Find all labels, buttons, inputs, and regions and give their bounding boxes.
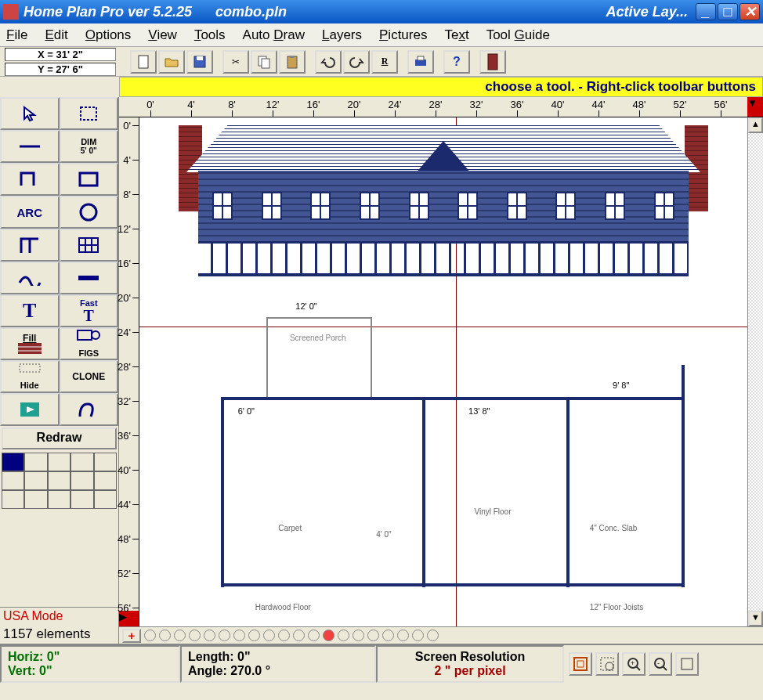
tool-fill[interactable]: Fill bbox=[0, 327, 60, 360]
color-swatch[interactable] bbox=[24, 490, 47, 509]
ruler-end-arrow-icon[interactable]: ▼ bbox=[747, 97, 763, 117]
layer-tab[interactable] bbox=[293, 630, 305, 641]
zoom-fit-icon[interactable] bbox=[569, 652, 592, 676]
color-swatch[interactable] bbox=[71, 490, 93, 509]
layer-tab[interactable] bbox=[204, 630, 215, 641]
tool-select-rect[interactable] bbox=[60, 97, 119, 130]
menu-view[interactable]: View bbox=[148, 27, 177, 43]
layer-tab[interactable] bbox=[308, 630, 320, 641]
layer-tab[interactable] bbox=[338, 630, 349, 641]
color-swatch[interactable] bbox=[24, 453, 47, 471]
tool-pointer[interactable] bbox=[0, 97, 60, 130]
menu-tools[interactable]: Tools bbox=[194, 27, 226, 43]
app-icon bbox=[3, 4, 19, 20]
menu-options[interactable]: Options bbox=[85, 27, 132, 43]
layer-tab[interactable] bbox=[412, 630, 424, 641]
color-swatch[interactable] bbox=[71, 471, 93, 490]
new-button[interactable] bbox=[130, 50, 157, 74]
copy-button[interactable] bbox=[251, 50, 277, 74]
scroll-up-button[interactable]: ▲ bbox=[748, 117, 763, 133]
menu-autodraw[interactable]: Auto Draw bbox=[243, 27, 305, 43]
print-button[interactable] bbox=[407, 50, 434, 74]
color-swatch[interactable] bbox=[24, 471, 47, 490]
tool-clone[interactable]: CLONE bbox=[60, 360, 119, 393]
color-swatch[interactable] bbox=[2, 471, 24, 490]
color-swatch[interactable] bbox=[2, 490, 24, 509]
close-button[interactable]: ✕ bbox=[739, 3, 760, 20]
tool-text[interactable]: T bbox=[0, 294, 60, 327]
door-button[interactable] bbox=[479, 50, 506, 74]
vertical-scrollbar[interactable]: ▲ ▼ bbox=[747, 117, 763, 626]
zoom-out-icon[interactable]: - bbox=[649, 652, 672, 676]
tool-window[interactable] bbox=[60, 229, 119, 262]
save-button[interactable] bbox=[186, 50, 213, 74]
tool-freehand[interactable] bbox=[60, 393, 119, 426]
tool-screen[interactable] bbox=[0, 393, 60, 426]
undo-button[interactable] bbox=[315, 50, 342, 74]
svg-rect-29 bbox=[601, 658, 613, 670]
zoom-in-icon[interactable]: + bbox=[622, 652, 645, 676]
menu-toolguide[interactable]: Tool Guide bbox=[486, 27, 550, 43]
tool-curve[interactable] bbox=[0, 262, 60, 294]
tool-figures[interactable]: FIGS bbox=[60, 327, 119, 360]
scroll-down-button[interactable]: ▼ bbox=[748, 611, 763, 626]
layer-tab[interactable] bbox=[263, 630, 275, 641]
layer-tab[interactable] bbox=[159, 630, 171, 641]
color-swatch[interactable] bbox=[71, 453, 93, 471]
add-layer-button[interactable]: + bbox=[122, 629, 141, 643]
color-swatch[interactable] bbox=[2, 453, 24, 471]
color-swatch[interactable] bbox=[48, 453, 71, 471]
minimize-button[interactable]: _ bbox=[696, 3, 716, 20]
layer-tab-active[interactable] bbox=[323, 630, 334, 641]
menu-text[interactable]: Text bbox=[444, 27, 468, 43]
drawing-canvas[interactable]: Screened Porch 12' 0" 6' 0" 13' 8" 9' 8"… bbox=[139, 117, 747, 626]
open-button[interactable] bbox=[158, 50, 185, 74]
layer-tab[interactable] bbox=[248, 630, 260, 641]
layer-tab[interactable] bbox=[174, 630, 186, 641]
redo-button[interactable] bbox=[343, 50, 370, 74]
layer-tab[interactable] bbox=[427, 630, 439, 641]
tool-line[interactable] bbox=[0, 130, 60, 163]
measurement-mode[interactable]: USA Mode bbox=[0, 607, 118, 625]
layer-tab[interactable] bbox=[367, 630, 379, 641]
tool-hide[interactable]: Hide bbox=[0, 360, 60, 393]
layer-tab[interactable] bbox=[278, 630, 290, 641]
tool-polyline[interactable] bbox=[0, 163, 60, 196]
menu-edit[interactable]: Edit bbox=[45, 27, 67, 43]
layer-tab[interactable] bbox=[189, 630, 201, 641]
help-button[interactable]: ? bbox=[443, 50, 470, 74]
title-bar: Home Plan Pro ver 5.2.25 combo.pln Activ… bbox=[0, 0, 763, 23]
color-swatch[interactable] bbox=[94, 471, 117, 490]
color-swatch[interactable] bbox=[94, 453, 117, 471]
layer-tab[interactable] bbox=[219, 630, 230, 641]
pan-icon[interactable] bbox=[675, 652, 699, 676]
menu-layers[interactable]: Layers bbox=[322, 27, 362, 43]
tool-circle[interactable] bbox=[60, 196, 119, 229]
color-swatch[interactable] bbox=[48, 471, 71, 490]
color-swatch[interactable] bbox=[94, 490, 117, 509]
room-label: Carpet bbox=[278, 524, 302, 532]
tool-wall[interactable] bbox=[0, 229, 60, 262]
menu-pictures[interactable]: Pictures bbox=[379, 27, 427, 43]
horizontal-ruler[interactable]: /* ticks drawn below via JS */ ▼ 0'4'8'1… bbox=[119, 97, 763, 117]
menu-file[interactable]: File bbox=[6, 27, 27, 43]
tool-dimension[interactable]: DIM5' 0" bbox=[60, 130, 119, 163]
layer-tab[interactable] bbox=[233, 630, 245, 641]
tool-fast-text[interactable]: FastT bbox=[60, 294, 119, 327]
zoom-window-icon[interactable] bbox=[595, 652, 619, 676]
vertical-ruler[interactable]: ▶ 0'4'8'12'16'20'24'28'32'36'40'44'48'52… bbox=[119, 117, 139, 626]
layer-tab[interactable] bbox=[353, 630, 364, 641]
paste-button[interactable] bbox=[279, 50, 306, 74]
redraw-button[interactable]: Redraw bbox=[2, 428, 117, 449]
layer-tab[interactable] bbox=[144, 630, 156, 641]
svg-rect-8 bbox=[418, 56, 424, 60]
tool-arc[interactable]: ARC bbox=[0, 196, 60, 229]
layer-tab[interactable] bbox=[397, 630, 409, 641]
repeat-button[interactable]: R bbox=[371, 50, 398, 74]
cut-button[interactable]: ✂ bbox=[222, 50, 249, 74]
color-swatch[interactable] bbox=[48, 490, 71, 509]
maximize-button[interactable]: □ bbox=[718, 3, 738, 20]
tool-rectangle[interactable] bbox=[60, 163, 119, 196]
layer-tab[interactable] bbox=[382, 630, 394, 641]
tool-thickline[interactable] bbox=[60, 262, 119, 294]
